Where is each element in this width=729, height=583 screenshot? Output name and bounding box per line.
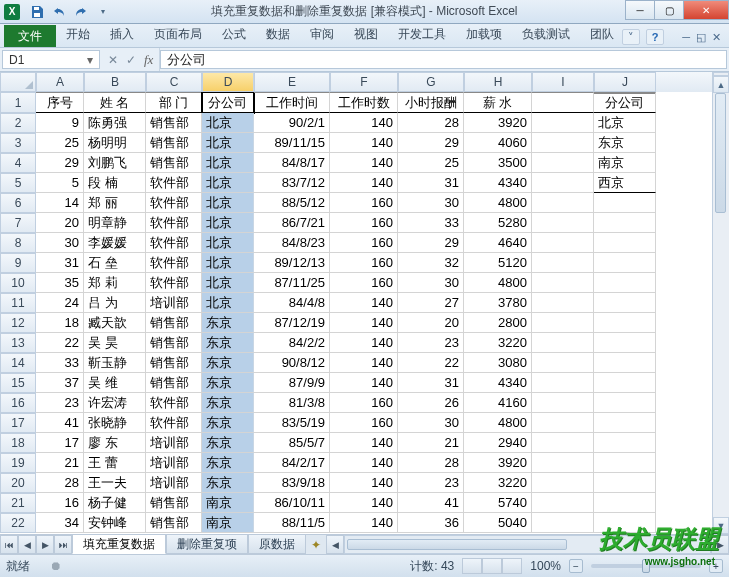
cell[interactable]: 吕 为 bbox=[84, 293, 146, 313]
cell[interactable]: 3920 bbox=[464, 453, 532, 473]
cell[interactable]: 4800 bbox=[464, 193, 532, 213]
cell[interactable]: 140 bbox=[330, 433, 398, 453]
hscroll-thumb[interactable] bbox=[347, 539, 567, 550]
cell[interactable]: 石 垒 bbox=[84, 253, 146, 273]
cell[interactable]: 南京 bbox=[594, 153, 656, 173]
redo-button[interactable] bbox=[72, 3, 90, 21]
row-header[interactable]: 8 bbox=[0, 233, 36, 253]
cell[interactable]: 89/12/13 bbox=[254, 253, 330, 273]
cell[interactable]: 22 bbox=[398, 353, 464, 373]
cell[interactable]: 南京 bbox=[202, 513, 254, 533]
row-header[interactable]: 16 bbox=[0, 393, 36, 413]
cell[interactable] bbox=[594, 413, 656, 433]
cell[interactable]: 序号 bbox=[36, 92, 84, 113]
cell[interactable] bbox=[594, 373, 656, 393]
cell[interactable]: 4800 bbox=[464, 273, 532, 293]
column-header[interactable]: H bbox=[464, 72, 532, 92]
cell[interactable]: 工作时数 bbox=[330, 92, 398, 113]
cell[interactable]: 廖 东 bbox=[84, 433, 146, 453]
cell[interactable]: 5280 bbox=[464, 213, 532, 233]
cell[interactable]: 140 bbox=[330, 453, 398, 473]
cell[interactable]: 销售部 bbox=[146, 493, 202, 513]
row-header[interactable]: 7 bbox=[0, 213, 36, 233]
cell[interactable] bbox=[594, 193, 656, 213]
cell[interactable] bbox=[532, 153, 594, 173]
tab-pagelayout[interactable]: 页面布局 bbox=[144, 23, 212, 47]
row-header[interactable]: 9 bbox=[0, 253, 36, 273]
cell[interactable]: 北京 bbox=[202, 153, 254, 173]
cell[interactable]: 140 bbox=[330, 373, 398, 393]
cell[interactable] bbox=[532, 113, 594, 133]
row-header[interactable]: 13 bbox=[0, 333, 36, 353]
cell[interactable]: 姓 名 bbox=[84, 92, 146, 113]
cell[interactable]: 31 bbox=[398, 173, 464, 193]
maximize-button[interactable]: ▢ bbox=[654, 0, 684, 20]
cell[interactable]: 北京 bbox=[202, 133, 254, 153]
cell[interactable]: 85/5/7 bbox=[254, 433, 330, 453]
row-header[interactable]: 17 bbox=[0, 413, 36, 433]
row-header[interactable]: 5 bbox=[0, 173, 36, 193]
cell[interactable] bbox=[594, 273, 656, 293]
cell[interactable]: 郑 丽 bbox=[84, 193, 146, 213]
doc-minimize-icon[interactable]: ─ bbox=[682, 31, 690, 43]
tab-loadtest[interactable]: 负载测试 bbox=[512, 23, 580, 47]
cell[interactable]: 北京 bbox=[202, 213, 254, 233]
cell[interactable]: 北京 bbox=[202, 253, 254, 273]
cell[interactable]: 87/11/25 bbox=[254, 273, 330, 293]
row-header[interactable]: 11 bbox=[0, 293, 36, 313]
cell[interactable]: 小时报酬 bbox=[398, 92, 464, 113]
close-button[interactable]: ✕ bbox=[683, 0, 729, 20]
row-header[interactable]: 1 bbox=[0, 92, 36, 113]
cell[interactable] bbox=[594, 313, 656, 333]
cell[interactable]: 软件部 bbox=[146, 413, 202, 433]
name-box-dropdown-icon[interactable]: ▾ bbox=[87, 53, 93, 67]
cell[interactable]: 软件部 bbox=[146, 253, 202, 273]
cell[interactable] bbox=[532, 273, 594, 293]
formula-bar[interactable]: 分公司 bbox=[160, 50, 727, 69]
save-button[interactable] bbox=[28, 3, 46, 21]
cell[interactable]: 销售部 bbox=[146, 313, 202, 333]
cell[interactable]: 刘鹏飞 bbox=[84, 153, 146, 173]
cell[interactable] bbox=[532, 133, 594, 153]
cell[interactable]: 靳玉静 bbox=[84, 353, 146, 373]
cell[interactable]: 软件部 bbox=[146, 393, 202, 413]
cell[interactable] bbox=[532, 293, 594, 313]
cell[interactable]: 培训部 bbox=[146, 433, 202, 453]
cell[interactable]: 23 bbox=[398, 333, 464, 353]
cell[interactable]: 软件部 bbox=[146, 213, 202, 233]
cell[interactable]: 销售部 bbox=[146, 113, 202, 133]
cell[interactable]: 陈勇强 bbox=[84, 113, 146, 133]
column-header[interactable]: C bbox=[146, 72, 202, 92]
row-header[interactable]: 15 bbox=[0, 373, 36, 393]
cell[interactable] bbox=[532, 233, 594, 253]
cell[interactable]: 140 bbox=[330, 353, 398, 373]
doc-restore-icon[interactable]: ◱ bbox=[696, 31, 706, 44]
cell[interactable]: 北京 bbox=[202, 233, 254, 253]
cell[interactable]: 30 bbox=[398, 193, 464, 213]
cell[interactable]: 4800 bbox=[464, 413, 532, 433]
cell[interactable]: 东京 bbox=[202, 313, 254, 333]
row-header[interactable]: 22 bbox=[0, 513, 36, 533]
cell[interactable]: 5120 bbox=[464, 253, 532, 273]
cell[interactable]: 30 bbox=[398, 413, 464, 433]
row-header[interactable]: 20 bbox=[0, 473, 36, 493]
cell[interactable]: 24 bbox=[36, 293, 84, 313]
cell[interactable]: 84/4/8 bbox=[254, 293, 330, 313]
cell[interactable]: 销售部 bbox=[146, 513, 202, 533]
column-header[interactable]: D bbox=[202, 72, 254, 92]
cell[interactable] bbox=[594, 333, 656, 353]
cell[interactable]: 20 bbox=[398, 313, 464, 333]
cell[interactable]: 部 门 bbox=[146, 92, 202, 113]
minimize-button[interactable]: ─ bbox=[625, 0, 655, 20]
cell[interactable]: 33 bbox=[398, 213, 464, 233]
cell[interactable]: 21 bbox=[36, 453, 84, 473]
cell[interactable]: 25 bbox=[398, 153, 464, 173]
cell[interactable]: 160 bbox=[330, 273, 398, 293]
row-header[interactable]: 4 bbox=[0, 153, 36, 173]
undo-button[interactable] bbox=[50, 3, 68, 21]
cell[interactable]: 37 bbox=[36, 373, 84, 393]
cell[interactable]: 160 bbox=[330, 213, 398, 233]
cell[interactable]: 东京 bbox=[202, 333, 254, 353]
cell[interactable] bbox=[594, 353, 656, 373]
cell[interactable]: 160 bbox=[330, 413, 398, 433]
